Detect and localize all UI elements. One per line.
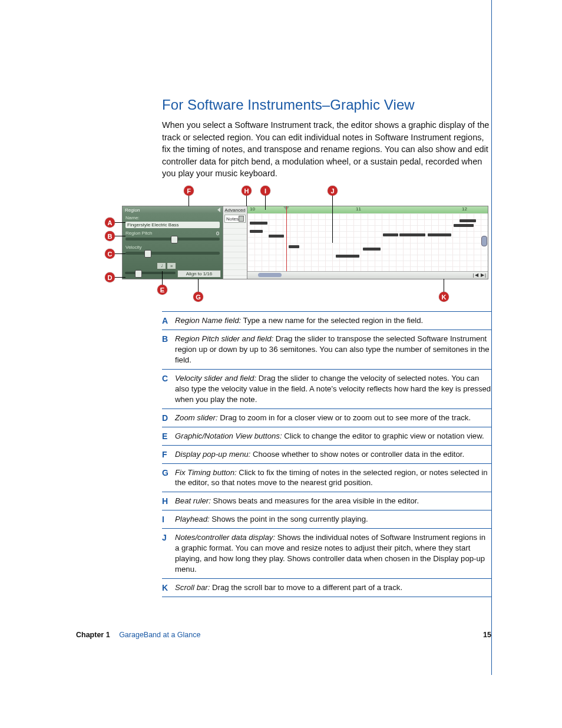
- vertical-scroll-thumb[interactable]: [481, 236, 487, 246]
- callout-I: I: [260, 186, 270, 196]
- legend-letter: I: [162, 514, 175, 525]
- legend-table: ARegion Name field: Type a new name for …: [162, 311, 491, 597]
- legend-row: BRegion Pitch slider and field: Drag the…: [162, 330, 491, 370]
- legend-term: Beat ruler:: [175, 496, 211, 505]
- callout-F: F: [184, 186, 194, 196]
- horizontal-scrollbar[interactable]: |◀ ▶|: [247, 271, 488, 279]
- region-name-field[interactable]: Fingerstyle Electric Bass: [125, 222, 220, 228]
- playhead-line[interactable]: [286, 206, 287, 272]
- page: For Software Instruments–Graphic View Wh…: [0, 0, 562, 728]
- region-pitch-label: Region Pitch: [125, 230, 220, 236]
- callout-A: A: [105, 218, 115, 228]
- legend-row: CVelocity slider and field: Drag the sli…: [162, 370, 491, 409]
- legend-term: Display pop-up menu:: [175, 450, 250, 459]
- editor-screenshot: Region Name: Fingerstyle Electric Bass R…: [122, 206, 488, 279]
- midi-note[interactable]: [459, 219, 476, 222]
- midi-note[interactable]: [399, 233, 425, 236]
- display-popup-menu[interactable]: Notes: [224, 215, 246, 223]
- legend-row: DZoom slider: Drag to zoom in for a clos…: [162, 409, 491, 427]
- legend-description: Beat ruler: Shows beats and measures for…: [175, 496, 491, 506]
- region-pitch-value[interactable]: 0: [216, 230, 219, 236]
- callout-J: J: [328, 186, 338, 196]
- chapter-title: GarageBand at a Glance: [119, 631, 200, 639]
- legend-text: Drag to zoom in for a closer view or to …: [218, 413, 471, 422]
- horizontal-scroll-thumb[interactable]: [258, 273, 282, 277]
- legend-row: GFix Timing button: Click to fix the tim…: [162, 464, 491, 493]
- fix-timing-button[interactable]: Align to 1/16: [177, 270, 221, 278]
- callout-H: H: [242, 186, 252, 196]
- ruler-mark: 11: [356, 206, 361, 212]
- leader-line: [115, 277, 125, 278]
- sidebar-header: Region: [123, 206, 223, 213]
- velocity-slider[interactable]: [125, 252, 220, 255]
- legend-term: Region Pitch slider and field:: [175, 334, 273, 343]
- zoom-slider[interactable]: [125, 272, 176, 278]
- leader-line: [115, 222, 125, 223]
- display-column: Advanced Notes: [223, 206, 247, 279]
- legend-row: IPlayhead: Shows the point in the song c…: [162, 510, 491, 529]
- midi-note[interactable]: [363, 248, 381, 251]
- scroll-arrows[interactable]: |◀ ▶|: [473, 272, 487, 278]
- midi-note[interactable]: [250, 230, 263, 233]
- midi-note[interactable]: [269, 235, 284, 238]
- leader-line: [332, 196, 333, 243]
- legend-row: FDisplay pop-up menu: Choose whether to …: [162, 446, 491, 464]
- legend-row: KScroll bar: Drag the scroll bar to move…: [162, 579, 491, 597]
- sidebar-header-label: Region: [125, 207, 140, 213]
- legend-letter: C: [162, 373, 175, 405]
- legend-description: Display pop-up menu: Choose whether to s…: [175, 449, 491, 460]
- main-content: For Software Instruments–Graphic View Wh…: [162, 97, 491, 190]
- advanced-label: Advanced: [224, 206, 246, 213]
- region-pitch-slider[interactable]: [125, 238, 220, 241]
- midi-note[interactable]: [454, 224, 474, 227]
- callout-B: B: [105, 231, 115, 241]
- legend-term: Region Name field:: [175, 316, 241, 325]
- legend-text: Drag the scroll bar to move to a differe…: [210, 583, 402, 592]
- footer-left: Chapter 1 GarageBand at a Glance: [76, 631, 200, 639]
- legend-description: Playhead: Shows the point in the song cu…: [175, 514, 491, 525]
- leader-line: [162, 271, 163, 285]
- legend-term: Fix Timing button:: [175, 468, 237, 477]
- legend-description: Scroll bar: Drag the scroll bar to move …: [175, 582, 491, 593]
- legend-letter: F: [162, 449, 175, 460]
- legend-text: Shows the point in the song currently pl…: [210, 515, 368, 523]
- legend-row: ARegion Name field: Type a new name for …: [162, 312, 491, 330]
- legend-text: Type a new name for the selected region …: [241, 316, 423, 325]
- legend-letter: B: [162, 334, 175, 365]
- leader-line: [246, 196, 247, 206]
- legend-row: EGraphic/Notation View buttons: Click to…: [162, 427, 491, 446]
- editor-figure: Region Name: Fingerstyle Electric Bass R…: [105, 186, 494, 307]
- pitch-ruler: [223, 223, 247, 279]
- legend-description: Velocity slider and field: Drag the slid…: [175, 373, 491, 405]
- legend-term: Notes/controller data display:: [175, 533, 275, 542]
- midi-note[interactable]: [250, 222, 267, 225]
- note-grid[interactable]: [247, 213, 488, 272]
- legend-term: Scroll bar:: [175, 583, 210, 592]
- midi-note[interactable]: [336, 255, 359, 258]
- collapse-triangle-icon[interactable]: [217, 207, 220, 212]
- ruler-mark: 10: [250, 206, 255, 212]
- leader-line: [265, 196, 266, 210]
- view-buttons[interactable]: ♩≡: [157, 262, 176, 269]
- page-footer: Chapter 1 GarageBand at a Glance 15: [76, 631, 491, 639]
- legend-row: HBeat ruler: Shows beats and measures fo…: [162, 492, 491, 510]
- legend-term: Playhead:: [175, 515, 210, 523]
- midi-note[interactable]: [383, 233, 398, 236]
- notes-display[interactable]: 10 11 12: [247, 206, 488, 279]
- notation-view-button[interactable]: ≡: [167, 262, 176, 269]
- midi-note[interactable]: [289, 245, 299, 248]
- leader-line: [115, 253, 125, 254]
- legend-row: JNotes/controller data display: Shows th…: [162, 529, 491, 579]
- legend-text: Shows beats and measures for the area vi…: [211, 496, 419, 505]
- legend-letter: H: [162, 496, 175, 506]
- legend-term: Graphic/Notation View buttons:: [175, 431, 282, 440]
- page-number: 15: [483, 631, 491, 639]
- midi-note[interactable]: [428, 233, 451, 236]
- right-margin-rule: [491, 0, 492, 675]
- graphic-view-button[interactable]: ♩: [157, 262, 166, 269]
- leader-line: [115, 236, 125, 236]
- legend-description: Zoom slider: Drag to zoom in for a close…: [175, 413, 491, 423]
- callout-K: K: [439, 292, 449, 302]
- leader-line: [189, 196, 189, 206]
- legend-description: Region Pitch slider and field: Drag the …: [175, 334, 491, 365]
